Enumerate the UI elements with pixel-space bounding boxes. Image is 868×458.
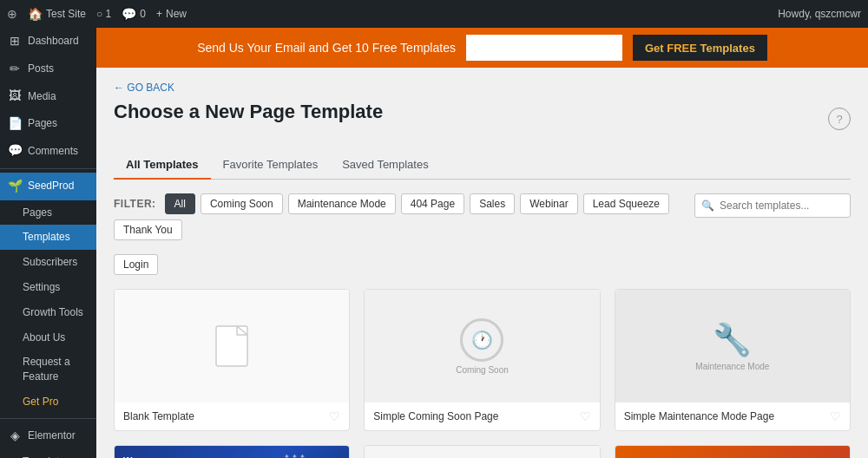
tab-all-templates[interactable]: All Templates bbox=[114, 151, 211, 180]
search-sidebar: 🔍 bbox=[694, 193, 851, 218]
sidebar-item-get-pro[interactable]: Get Pro bbox=[0, 389, 96, 415]
sidebar-item-posts[interactable]: ✏ Posts bbox=[0, 56, 96, 83]
user-greeting: Howdy, qszcmcwr bbox=[778, 8, 861, 20]
main-content: Send Us Your Email and Get 10 Free Templ… bbox=[96, 28, 868, 458]
promo-button[interactable]: Get FREE Templates bbox=[633, 35, 767, 61]
wp-logo[interactable]: ⊕ bbox=[7, 7, 17, 21]
sidebar-item-subscribers-sub[interactable]: Subscribers bbox=[0, 250, 96, 275]
filter-404[interactable]: 404 Page bbox=[401, 193, 464, 214]
template-thumb-down: WE'RE DOWN FOR MAINTAINENCE 🏗 bbox=[365, 446, 599, 458]
tab-saved-templates[interactable]: Saved Templates bbox=[330, 151, 441, 180]
site-name[interactable]: 🏠 Test Site bbox=[28, 7, 86, 21]
template-thumb-coming-soon: 🕐 Coming Soon bbox=[365, 290, 599, 402]
page-area: ← GO BACK Choose a New Page Template ? A… bbox=[96, 68, 868, 458]
clock-icon: 🕐 bbox=[460, 318, 503, 362]
promo-email-input[interactable] bbox=[466, 35, 622, 61]
search-icon: 🔍 bbox=[701, 200, 714, 212]
sidebar-item-pages[interactable]: 📄 Pages bbox=[0, 110, 96, 138]
comment-icon: 💬 bbox=[122, 7, 136, 21]
page-title: Choose a New Page Template bbox=[114, 101, 383, 123]
help-button[interactable]: ? bbox=[828, 108, 851, 130]
template-card-rocket[interactable]: We areComing Soon ✦ ✦ ✦ 🚀 Rocket Coming … bbox=[114, 445, 350, 458]
posts-icon: ✏ bbox=[7, 61, 23, 78]
filter-webinar[interactable]: Webinar bbox=[520, 193, 577, 214]
filter-coming-soon[interactable]: Coming Soon bbox=[201, 193, 283, 214]
svg-rect-0 bbox=[216, 326, 247, 366]
dashboard-icon: ⊞ bbox=[7, 33, 23, 50]
template-card-fitness[interactable]: JOINOUR 30 DAY FITNESS CHALLENGE Fitness… bbox=[615, 445, 851, 458]
template-card-maintenance[interactable]: 🔧 Maintenance Mode Simple Maintenance Mo… bbox=[615, 289, 851, 431]
new-link[interactable]: + New bbox=[156, 8, 187, 20]
heart-coming-soon[interactable]: ♡ bbox=[580, 409, 591, 423]
elementor-icon: ◈ bbox=[7, 428, 23, 445]
admin-bar: ⊕ 🏠 Test Site ○ 1 💬 0 + New Howdy, qszcm… bbox=[0, 0, 868, 28]
template-thumb-maintenance: 🔧 Maintenance Mode bbox=[615, 290, 850, 402]
filter-login[interactable]: Login bbox=[114, 254, 158, 275]
back-link[interactable]: ← GO BACK bbox=[114, 82, 851, 94]
promo-bar: Send Us Your Email and Get 10 Free Templ… bbox=[96, 28, 868, 68]
search-input[interactable] bbox=[694, 193, 851, 218]
home-icon: 🏠 bbox=[28, 7, 43, 21]
sidebar-item-elementor-templates[interactable]: Templates bbox=[0, 449, 96, 458]
comments-icon: 💬 bbox=[7, 142, 23, 160]
filter-all[interactable]: All bbox=[165, 193, 195, 214]
tab-favorite-templates[interactable]: Favorite Templates bbox=[211, 151, 331, 180]
filter-maintenance[interactable]: Maintenance Mode bbox=[288, 193, 396, 214]
template-thumb-blank bbox=[115, 290, 349, 402]
template-name-maintenance: Simple Maintenance Mode Page ♡ bbox=[615, 402, 850, 430]
sidebar-item-dashboard[interactable]: ⊞ Dashboard bbox=[0, 28, 96, 56]
filter-sales[interactable]: Sales bbox=[470, 193, 515, 214]
sidebar-item-settings-sub[interactable]: Settings bbox=[0, 275, 96, 300]
filter-label: FILTER: bbox=[114, 198, 156, 210]
media-icon: 🖼 bbox=[7, 88, 23, 105]
template-thumb-fitness: JOINOUR 30 DAY FITNESS CHALLENGE bbox=[615, 446, 850, 458]
sidebar-item-templates-sub[interactable]: Templates bbox=[0, 225, 96, 250]
sidebar-item-about-us[interactable]: About Us bbox=[0, 325, 96, 350]
stars-decoration: ✦ ✦ ✦ bbox=[284, 453, 306, 458]
template-card-coming-soon[interactable]: 🕐 Coming Soon Simple Coming Soon Page ♡ bbox=[364, 289, 600, 431]
customize-link[interactable]: ○ 1 bbox=[96, 8, 111, 20]
sidebar-item-request-feature[interactable]: Request a Feature bbox=[0, 350, 96, 389]
pages-icon: 📄 bbox=[7, 115, 23, 133]
template-thumb-rocket: We areComing Soon ✦ ✦ ✦ 🚀 bbox=[115, 446, 349, 458]
template-name-blank: Blank Template ♡ bbox=[115, 402, 349, 430]
sidebar-item-comments[interactable]: 💬 Comments bbox=[0, 137, 96, 165]
sidebar-item-media[interactable]: 🖼 Media bbox=[0, 82, 96, 110]
wrench-icon: 🔧 bbox=[713, 322, 752, 358]
promo-text: Send Us Your Email and Get 10 Free Templ… bbox=[197, 41, 456, 55]
filter-lead-squeeze[interactable]: Lead Squeeze bbox=[583, 193, 669, 214]
sidebar-item-seedprod[interactable]: 🌱 SeedProd bbox=[0, 173, 96, 200]
template-name-coming-soon: Simple Coming Soon Page ♡ bbox=[365, 402, 599, 430]
comments-link[interactable]: 💬 0 bbox=[122, 7, 146, 21]
template-grid: Blank Template ♡ 🕐 Coming Soon Simple Co… bbox=[114, 289, 851, 458]
sidebar-item-growth-tools[interactable]: Growth Tools bbox=[0, 300, 96, 325]
wp-icon: ⊕ bbox=[7, 7, 17, 21]
template-card-down-maintenance[interactable]: WE'RE DOWN FOR MAINTAINENCE 🏗 Down Maint… bbox=[364, 445, 600, 458]
heart-maintenance[interactable]: ♡ bbox=[830, 409, 841, 423]
sidebar-item-elementor[interactable]: ◈ Elementor bbox=[0, 422, 96, 450]
template-card-blank[interactable]: Blank Template ♡ bbox=[114, 289, 350, 431]
seedprod-icon: 🌱 bbox=[7, 178, 23, 195]
filter-bar: FILTER: All Coming Soon Maintenance Mode… bbox=[114, 193, 694, 240]
tabs-bar: All Templates Favorite Templates Saved T… bbox=[114, 151, 851, 180]
heart-blank[interactable]: ♡ bbox=[329, 409, 340, 423]
sidebar: ⊞ Dashboard ✏ Posts 🖼 Media 📄 Pages 💬 Co… bbox=[0, 28, 96, 458]
filter-thank-you[interactable]: Thank You bbox=[114, 219, 182, 240]
sidebar-item-pages-sub[interactable]: Pages bbox=[0, 200, 96, 226]
